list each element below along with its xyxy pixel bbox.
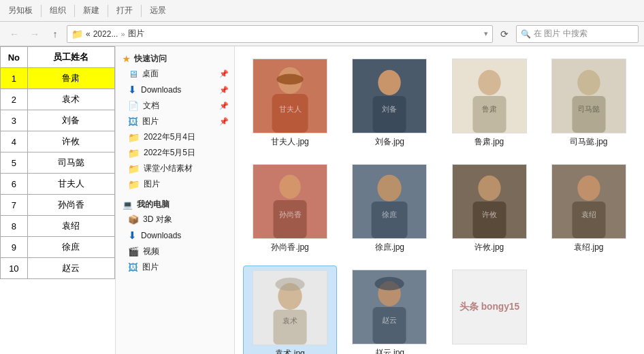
file-thumbnail: 赵云: [352, 270, 427, 344]
address-path[interactable]: 📁 « 2022... » 图片 ▾: [67, 25, 493, 43]
search-placeholder: 在 图片 中搜索: [534, 28, 587, 39]
file-grid: 甘夫人 甘夫人.jpg 刘备 刘备.jpg 鲁肃 鲁肃.jpg 司马懿 司马懿.…: [243, 54, 636, 354]
sidebar-item-pictures[interactable]: 🖼 图片 📌: [116, 114, 234, 129]
svg-text:赵云: 赵云: [382, 316, 397, 324]
path-folder-icon: 📁: [71, 29, 83, 39]
pin-icon-doc: 📌: [219, 101, 229, 110]
sidebar-item-2022-5-5[interactable]: 📁 2022年5月5日: [116, 145, 234, 161]
cell-name: 徐庶: [27, 237, 114, 258]
file-name-label: 刘备.jpg: [375, 136, 404, 148]
file-thumbnail: 司马懿: [551, 59, 626, 133]
file-item[interactable]: 孙尚香 孙尚香.jpg: [243, 160, 337, 257]
svg-point-3: [276, 74, 303, 85]
col-header-no: No: [1, 47, 28, 68]
pc-icon: 💻: [123, 200, 133, 210]
toolbar-sep-1: [41, 5, 42, 17]
address-bar: ← → ↑ 📁 « 2022... » 图片 ▾ ⟳ 🔍 在 图片 中搜索: [0, 22, 644, 46]
cell-name: 赵云: [27, 258, 114, 279]
up-button[interactable]: ↑: [46, 25, 64, 43]
cell-no: 6: [1, 174, 28, 195]
file-name-label: 许攸.jpg: [474, 242, 504, 253]
toolbar-label-dakai: 打开: [114, 5, 135, 16]
sidebar-item-tupian[interactable]: 📁 图片: [116, 176, 234, 192]
file-name-label: 甘夫人.jpg: [271, 136, 308, 148]
cell-no: 5: [1, 152, 28, 174]
sidebar-item-3d[interactable]: 📦 3D 对象: [116, 212, 234, 227]
main-area: No 员工姓名 1鲁肃2袁术3刘备4许攸5司马懿6甘夫人7孙尚香8袁绍9徐庶10…: [0, 46, 644, 354]
sidebar-item-video[interactable]: 🎬 视频: [116, 244, 234, 259]
desktop-icon: 🖥: [128, 68, 138, 80]
forward-button[interactable]: →: [26, 25, 44, 43]
star-icon: ★: [123, 54, 130, 64]
file-item[interactable]: 袁术 袁术.jpg: [243, 266, 337, 354]
cell-no: 10: [1, 258, 28, 279]
file-name-label: 袁绍.jpg: [574, 242, 603, 253]
file-item[interactable]: 袁绍 袁绍.jpg: [542, 160, 636, 257]
file-item[interactable]: 鲁肃 鲁肃.jpg: [442, 54, 536, 152]
explorer-sidebar: ★ 快速访问 🖥 桌面 📌 ⬇ Downloads 📌 📄 文档 📌 🖼 图片 …: [116, 46, 235, 354]
sidebar-label-video: 视频: [143, 246, 159, 257]
sidebar-label-pictures: 图片: [142, 116, 159, 127]
cell-name: 袁绍: [27, 216, 114, 237]
back-button[interactable]: ←: [5, 25, 23, 43]
refresh-button[interactable]: ⟳: [496, 25, 513, 43]
toolbar-label-yuanjing: 远景: [147, 5, 169, 16]
svg-rect-35: [274, 310, 307, 344]
file-item[interactable]: 赵云 赵云.jpg: [342, 266, 436, 354]
folder-icon-2022-5-5: 📁: [128, 148, 140, 159]
file-name-label: 赵云.jpg: [375, 347, 404, 354]
sidebar-label-ketang: 课堂小结素材: [144, 163, 193, 174]
path-dropdown-arrow[interactable]: ▾: [484, 29, 488, 38]
table-row: 9徐庶: [1, 237, 115, 258]
svg-text:袁绍: 袁绍: [581, 210, 596, 219]
sidebar-item-ketang[interactable]: 📁 课堂小结素材: [116, 161, 234, 176]
table-row: 4许攸: [1, 131, 115, 152]
file-thumbnail: 许攸: [452, 164, 527, 239]
cell-name: 鲁肃: [27, 68, 114, 89]
sidebar-item-desktop[interactable]: 🖥 桌面 📌: [116, 66, 234, 82]
file-thumbnail: 甘夫人: [253, 59, 327, 133]
quick-access-label: ★ 快速访问: [116, 50, 234, 66]
svg-point-6: [379, 70, 401, 95]
3d-icon: 📦: [128, 214, 139, 225]
file-name-label: 孙尚香.jpg: [271, 242, 308, 253]
search-box[interactable]: 🔍 在 图片 中搜索: [516, 25, 639, 43]
downloads-icon-quick: ⬇: [128, 84, 137, 96]
cell-name: 袁术: [27, 89, 114, 110]
file-thumbnail: 徐庶: [352, 164, 427, 239]
svg-rect-7: [373, 96, 406, 133]
file-thumbnail: 头条 bongy15: [452, 270, 527, 344]
sidebar-item-2022-5-4[interactable]: 📁 2022年5月4日: [116, 129, 234, 145]
sidebar-item-downloads[interactable]: ⬇ Downloads 📌: [116, 82, 234, 98]
cell-no: 8: [1, 216, 28, 237]
sidebar-item-pictures-pc[interactable]: 🖼 图片: [116, 259, 234, 275]
table-row: 3刘备: [1, 110, 115, 131]
sidebar-label-3d: 3D 对象: [143, 214, 172, 225]
folder-icon-tupian: 📁: [128, 179, 140, 190]
svg-point-30: [577, 176, 600, 201]
file-item[interactable]: 刘备 刘备.jpg: [342, 54, 436, 152]
sidebar-item-documents[interactable]: 📄 文档 📌: [116, 98, 234, 114]
file-item[interactable]: 头条 bongy15: [442, 266, 536, 354]
file-item[interactable]: 许攸 许攸.jpg: [442, 160, 536, 257]
table-row: 2袁术: [1, 89, 115, 110]
sidebar-label-2022-5-4: 2022年5月4日: [144, 131, 195, 143]
file-name-label: 袁术.jpg: [275, 348, 304, 354]
svg-text:许攸: 许攸: [482, 210, 497, 219]
cell-no: 3: [1, 110, 28, 131]
top-toolbar: 另知板 组织 新建 打开 远景: [0, 0, 644, 22]
picture-icon-quick: 🖼: [128, 116, 138, 127]
employee-table: No 员工姓名 1鲁肃2袁术3刘备4许攸5司马懿6甘夫人7孙尚香8袁绍9徐庶10…: [0, 46, 115, 279]
cell-name: 孙尚香: [27, 195, 114, 216]
svg-rect-19: [274, 200, 307, 238]
path-label-double-arrow: «: [86, 29, 91, 39]
file-item[interactable]: 司马懿 司马懿.jpg: [542, 54, 636, 152]
svg-text:刘备: 刘备: [382, 105, 397, 113]
svg-point-10: [478, 70, 500, 95]
sidebar-item-downloads-pc[interactable]: ⬇ Downloads: [116, 227, 234, 244]
file-thumbnail: 孙尚香: [253, 164, 327, 239]
svg-text:头条 bongy15: 头条 bongy15: [458, 301, 519, 312]
svg-rect-15: [572, 96, 605, 133]
file-item[interactable]: 甘夫人 甘夫人.jpg: [243, 54, 337, 152]
file-item[interactable]: 徐庶 徐庶.jpg: [342, 160, 436, 257]
